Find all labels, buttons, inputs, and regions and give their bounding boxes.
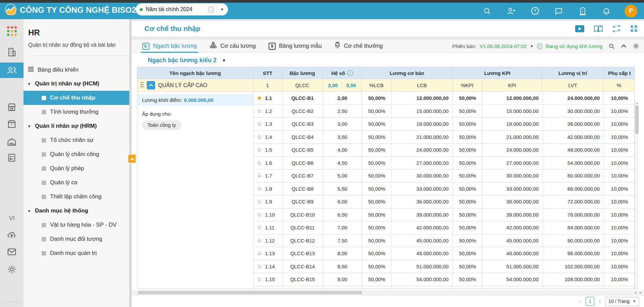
avatar[interactable]: P [625,5,637,17]
hr-module-icon[interactable] [0,63,24,78]
sidebar-item[interactable]: Quản lý chấm công [24,147,129,161]
tab-ngach-bac-luong[interactable]: $: Ngạch bậc lương [141,40,198,53]
scroll-right-arrow-icon[interactable]: ► [639,291,642,294]
inventory-module-icon[interactable] [0,117,24,131]
add-user-icon[interactable] [505,5,517,17]
language-toggle[interactable]: VI [0,211,24,226]
table-row[interactable]: ☆1.14QLCC-B148,5050,00%51.000.000,0050,0… [254,260,635,273]
table-row[interactable]: ☆1.8QLCC-B85,5050,00%33.000.000,0050,00%… [254,183,635,196]
horizontal-scrollbar-thumb[interactable] [138,291,362,294]
tab-co-cau-luong[interactable]: $ Cơ cấu lương [208,40,257,53]
col-header-name[interactable]: Tên ngạch bậc lương [137,67,254,79]
star-icon[interactable]: ☆ [257,212,262,218]
tab-co-che-thuong[interactable]: Cơ chế thưởng [333,40,384,53]
col-header-allowance[interactable]: Phụ cấp t [603,67,634,79]
table-row[interactable]: ☆1.4QLCC-B43,5050,00%21.000.000,0050,00%… [254,131,635,144]
store-module-icon[interactable] [0,100,24,115]
table-row[interactable]: ☆1.10QLCC-B106,5050,00%39.000.000,0050,0… [254,208,635,222]
page-size-select[interactable]: 10 / Trang▼ [605,297,639,306]
star-icon[interactable]: ☆ [257,199,262,204]
warehouse-module-icon[interactable] [0,135,24,149]
star-icon[interactable]: ☆ [257,121,262,127]
sidebar-item[interactable]: Vật tư hàng hóa - SP - DV [24,218,129,232]
table-row[interactable]: ☆1.13QLCC-B138,0050,00%48.000.000,0050,0… [254,247,635,260]
table-row[interactable]: ☆1.7QLCC-B75,0050,00%30.000.000,0050,00%… [254,169,635,183]
star-icon[interactable]: ☆ [257,173,262,179]
current-page-button[interactable]: 1 [586,297,594,306]
tab-bang-luong-mau[interactable]: $ Bảng lương mẫu [267,40,323,53]
biso24-logo-icon[interactable] [5,4,16,15]
star-icon[interactable]: ☆ [257,160,262,166]
table-row[interactable]: ☆1.11QLCC-B117,0050,00%42.000.000,0050,0… [254,221,635,234]
scroll-up-arrow-icon[interactable]: ▲ [635,101,639,105]
fullscreen-icon[interactable] [630,25,638,33]
table-search-icon[interactable] [608,43,615,49]
chat-icon[interactable] [553,5,564,17]
sidebar-section-header[interactable]: ▾Danh mục hệ thống [24,204,129,218]
settings-gear-icon[interactable] [0,262,24,277]
help-icon[interactable]: ? [529,5,541,17]
cloud-upload-icon[interactable] [0,228,24,242]
table-row[interactable]: ★1.1QLCC-B12,0050,00%12.000.000,0050,00%… [254,92,635,105]
apply-to-chip[interactable]: Toàn công ty [142,120,181,130]
sidebar-item[interactable]: Tổ chức nhân sự [24,133,129,147]
help-book-icon[interactable]: ? [594,25,603,33]
star-icon[interactable]: ★ [257,95,262,101]
star-icon[interactable]: ☆ [257,225,262,230]
table-row[interactable]: ☆1.5QLCC-B54,0050,00%24.000.000,0050,00%… [254,144,635,157]
sidebar-section-header[interactable]: ▾Quản lí nhân sự (HRM) [24,119,129,133]
col-header-stt[interactable]: STT [254,67,282,79]
col-header-position-salary[interactable]: Lương vị trí [542,67,603,79]
fiscal-year-selector[interactable]: Năm tài chính 2024 i ▼ [136,3,228,15]
star-icon[interactable]: ☆ [257,108,262,114]
workflow-icon[interactable] [612,25,620,33]
company-module-icon[interactable] [0,45,24,60]
group-coef-cell[interactable]: 2,00 0,50 [323,79,362,91]
scroll-left-arrow-icon[interactable]: ◄ [634,291,637,294]
table-row[interactable]: ☆1.2QLCC-B22,5050,00%15.000.000,0050,00%… [254,105,635,118]
sidebar-item[interactable]: Quản lý phép [24,161,129,176]
col-header-base-salary[interactable]: Lương cơ bản [362,67,453,79]
scale-type-selector[interactable]: Ngạch bậc lương kiểu 2 ▼ [148,57,226,64]
horizontal-scroll-arrows[interactable]: ◄► [634,290,642,295]
coef-start-value[interactable]: 2,00 [324,82,342,88]
star-icon[interactable]: ☆ [257,238,262,243]
mail-icon[interactable] [0,244,24,259]
info-icon[interactable]: i [347,70,353,76]
table-settings-gear-icon[interactable] [633,43,639,49]
star-icon[interactable]: ☆ [257,276,262,282]
chevron-down-icon[interactable]: ▼ [530,44,534,48]
chevron-down-icon[interactable]: ▼ [220,7,224,11]
collapse-group-button[interactable] [147,81,155,89]
sidebar-item[interactable]: Thiết lập chấm công [24,190,129,204]
checklist-module-icon[interactable] [0,150,24,165]
next-page-button[interactable]: › [598,298,602,305]
vertical-scrollbar[interactable]: ▲ ▼ [635,101,639,307]
drag-handle-icon[interactable] [140,82,144,89]
group-row[interactable]: QUẢN LÝ CẤP CAO 1 QLCC 2,00 0,50 %LCB LC… [137,79,634,92]
star-icon[interactable]: ☆ [257,264,262,269]
col-header-coef[interactable]: Hệ sối [323,67,362,79]
starting-salary-value[interactable]: 6.000.000,00 [184,97,214,103]
info-icon[interactable]: i [208,7,214,12]
table-row[interactable]: ☆1.12QLCC-B127,5050,00%45.000.000,0050,0… [254,234,635,247]
collapse-up-icon[interactable] [621,44,627,48]
sidebar-item[interactable]: Danh mục đối tượng [24,232,129,246]
search-icon[interactable] [481,5,493,17]
sidebar-item[interactable]: Cơ chế thu nhập [24,91,129,105]
table-row[interactable]: ☆1.9QLCC-B96,0050,00%36.000.000,0050,00%… [254,195,635,208]
bell-icon[interactable] [601,5,612,17]
col-header-grade[interactable]: Bậc lương [282,67,323,79]
announcement-icon[interactable]: i [577,5,588,17]
table-row[interactable]: ☆1.16QLCC-B169,5050,00%57.000.000,0050,0… [254,286,635,289]
sidebar-item[interactable]: Danh mục quản trị [24,246,129,260]
star-icon[interactable]: ☆ [257,186,262,192]
vertical-scrollbar-thumb[interactable] [635,105,639,134]
coef-step-value[interactable]: 0,50 [342,82,360,88]
sidebar-item[interactable]: Quản lý ca [24,176,129,190]
sidebar-item-dashboard[interactable]: Bảng điều khiển [24,63,129,77]
table-row[interactable]: ☆1.3QLCC-B33,0050,00%18.000.000,0050,00%… [254,118,635,131]
table-row[interactable]: ☆1.15QLCC-B159,0050,00%54.000.000,0050,0… [254,273,635,286]
sidebar-collapse-button[interactable]: ◀ [128,155,136,163]
sidebar-item[interactable]: Tính lương thưởng [24,105,129,119]
